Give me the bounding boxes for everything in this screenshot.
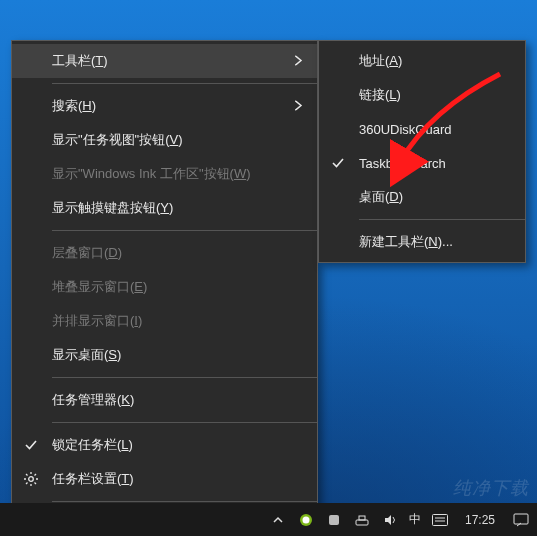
menu-item-stacked: 堆叠显示窗口(E): [12, 270, 317, 304]
menu-item-show-desktop[interactable]: 显示桌面(S): [12, 338, 317, 372]
menu-item-taskbar-settings[interactable]: 任务栏设置(T): [12, 462, 317, 496]
menu-item-label: 显示"任务视图"按钮(V): [52, 131, 183, 149]
gear-icon: [22, 470, 40, 488]
svg-line-8: [35, 474, 37, 476]
menu-item-cascade: 层叠窗口(D): [12, 236, 317, 270]
menu-item-label: 360UDiskGuard: [359, 122, 452, 137]
svg-rect-13: [359, 516, 365, 520]
separator: [52, 83, 317, 84]
submenu-item-address[interactable]: 地址(A): [319, 44, 525, 78]
menu-item-label: 任务管理器(K): [52, 391, 134, 409]
submenu-item-taskbarsearch[interactable]: TaskbarSearch: [319, 146, 525, 180]
submenu-item-new-toolbar[interactable]: 新建工具栏(N)...: [319, 225, 525, 259]
menu-item-label: 搜索(H): [52, 97, 96, 115]
taskbar-clock[interactable]: 17:25: [459, 513, 501, 527]
check-icon: [329, 154, 347, 172]
separator: [359, 219, 525, 220]
menu-item-task-manager[interactable]: 任务管理器(K): [12, 383, 317, 417]
menu-item-toolbars[interactable]: 工具栏(T): [12, 44, 317, 78]
taskbar[interactable]: 中 17:25: [0, 503, 537, 536]
separator: [52, 501, 317, 502]
tray-network-icon[interactable]: [353, 511, 371, 529]
menu-item-label: 工具栏(T): [52, 52, 108, 70]
menu-item-label: 任务栏设置(T): [52, 470, 134, 488]
menu-item-touch-keyboard[interactable]: 显示触摸键盘按钮(Y): [12, 191, 317, 225]
svg-line-5: [26, 474, 28, 476]
submenu-arrow-icon: [295, 99, 303, 114]
svg-rect-14: [432, 514, 447, 525]
svg-rect-17: [514, 514, 528, 524]
svg-line-7: [26, 483, 28, 485]
submenu-item-udiskguard[interactable]: 360UDiskGuard: [319, 112, 525, 146]
submenu-item-desktop[interactable]: 桌面(D): [319, 180, 525, 214]
watermark-text: 纯净下载: [453, 476, 529, 500]
menu-item-label: 显示桌面(S): [52, 346, 121, 364]
taskbar-context-menu: 工具栏(T) 搜索(H) 显示"任务视图"按钮(V) 显示"Windows In…: [11, 40, 318, 536]
menu-item-label: 地址(A): [359, 52, 402, 70]
svg-line-6: [35, 483, 37, 485]
menu-item-label: 并排显示窗口(I): [52, 312, 142, 330]
system-tray: 中 17:25: [269, 510, 531, 530]
menu-item-label: 堆叠显示窗口(E): [52, 278, 147, 296]
tray-volume-icon[interactable]: [381, 511, 399, 529]
menu-item-side-by-side: 并排显示窗口(I): [12, 304, 317, 338]
svg-point-10: [302, 516, 309, 523]
svg-point-0: [29, 477, 34, 482]
submenu-arrow-icon: [295, 54, 303, 69]
menu-item-label: 显示"Windows Ink 工作区"按钮(W): [52, 165, 251, 183]
tray-chevron-icon[interactable]: [269, 511, 287, 529]
menu-item-label: 锁定任务栏(L): [52, 436, 133, 454]
menu-item-label: TaskbarSearch: [359, 156, 446, 171]
menu-item-task-view[interactable]: 显示"任务视图"按钮(V): [12, 123, 317, 157]
menu-item-label: 新建工具栏(N)...: [359, 233, 453, 251]
ime-indicator[interactable]: 中: [409, 511, 421, 528]
menu-item-label: 显示触摸键盘按钮(Y): [52, 199, 173, 217]
menu-item-search[interactable]: 搜索(H): [12, 89, 317, 123]
separator: [52, 377, 317, 378]
menu-item-label: 链接(L): [359, 86, 401, 104]
tray-app-icon[interactable]: [325, 511, 343, 529]
menu-item-label: 桌面(D): [359, 188, 403, 206]
svg-rect-11: [329, 515, 339, 525]
submenu-item-links[interactable]: 链接(L): [319, 78, 525, 112]
tray-security-icon[interactable]: [297, 511, 315, 529]
notifications-icon[interactable]: [511, 510, 531, 530]
check-icon: [22, 436, 40, 454]
menu-item-label: 层叠窗口(D): [52, 244, 122, 262]
separator: [52, 230, 317, 231]
menu-item-lock-taskbar[interactable]: 锁定任务栏(L): [12, 428, 317, 462]
svg-rect-12: [356, 520, 368, 525]
separator: [52, 422, 317, 423]
menu-item-ink-workspace: 显示"Windows Ink 工作区"按钮(W): [12, 157, 317, 191]
toolbars-submenu: 地址(A) 链接(L) 360UDiskGuard TaskbarSearch …: [318, 40, 526, 263]
tray-keyboard-icon[interactable]: [431, 511, 449, 529]
